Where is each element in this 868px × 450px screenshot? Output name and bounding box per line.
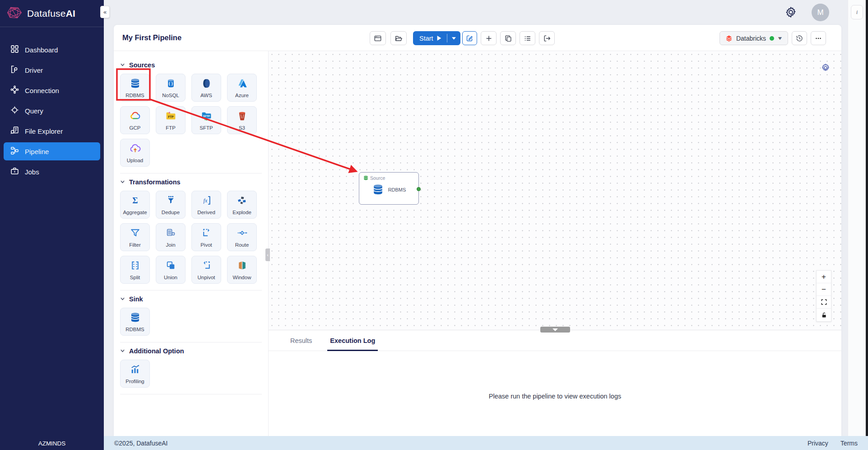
palette-item-label: Route [235,242,249,248]
sidebar-item-query[interactable]: Query [4,102,100,120]
page-title: My First Pipeline [122,33,181,42]
edit-icon [466,34,473,42]
window-edge [866,0,868,436]
upload-icon [130,143,141,156]
sidebar-item-dashboard[interactable]: Dashboard [4,41,100,59]
sftp-icon: SFTP [201,110,212,123]
settings-gear-icon[interactable] [784,6,797,19]
palette-item-sources-rdbms[interactable]: RDBMS [120,74,150,102]
palette-item-sources-gcp[interactable]: GCP [120,106,150,134]
palette-grid: RDBMS [120,308,262,336]
section-title: Additional Option [129,347,184,355]
start-button[interactable]: Start [413,35,447,42]
palette-item-label: Unpivot [198,275,215,280]
sidebar-item-pipeline[interactable]: Pipeline [4,142,100,160]
compute-env-select[interactable]: Databricks ▼ [719,31,788,45]
sidebar-item-connection[interactable]: Connection [4,81,100,99]
palette-item-label: AWS [200,93,212,98]
palette-item-sources-ftp[interactable]: FTPFTP [156,106,186,134]
palette-item-transformations-filter[interactable]: Filter [120,223,150,251]
panel-resize-handle[interactable] [540,327,570,333]
palette-section-additional-option: Additional OptionProfiling [120,342,262,394]
section-header-transformations[interactable]: Transformations [120,178,262,186]
footer-link-privacy[interactable]: Privacy [808,440,828,447]
node-output-port[interactable] [417,187,421,191]
palette-item-label: S3 [239,125,245,131]
palette-item-sources-azure[interactable]: Azure [227,74,257,102]
join-icon [165,227,176,240]
layout-panel-button[interactable] [370,31,386,45]
connection-icon [10,85,19,95]
copy-icon [504,34,512,42]
section-header-additional-option[interactable]: Additional Option [120,347,262,355]
palette-item-label: Derived [197,210,215,215]
avatar[interactable]: M [812,4,829,21]
fit-view-button[interactable] [817,296,831,309]
palette-item-sources-upload[interactable]: Upload [120,139,150,167]
start-options-caret[interactable] [447,37,460,40]
tab-execution-log[interactable]: Execution Log [327,337,378,351]
pivot-icon [201,227,212,240]
open-folder-button[interactable] [390,31,407,45]
dedupe-icon [165,195,176,208]
export-button[interactable] [539,31,555,45]
palette-item-transformations-split[interactable]: Split [120,256,150,284]
svg-text:SFTP: SFTP [203,115,210,117]
palette-item-label: Join [166,242,175,248]
node-list-button[interactable] [520,31,535,45]
history-button[interactable] [792,31,807,45]
gcp-icon [130,110,141,123]
section-title: Transformations [129,178,181,186]
derived-icon: fx [201,195,212,208]
sidebar-item-driver[interactable]: Driver [4,61,100,79]
canvas-settings-gear-icon[interactable] [821,63,831,73]
palette-item-sink-rdbms[interactable]: RDBMS [120,308,150,336]
palette-item-sources-aws[interactable]: AWS [191,74,221,102]
duplicate-button[interactable] [500,31,516,45]
section-header-sources[interactable]: Sources [120,61,262,69]
palette-item-transformations-explode[interactable]: Explode [227,191,257,219]
palette-grid: ΣAggregateDedupefxDerivedExplodeFilterJo… [120,191,262,284]
play-icon [437,36,441,41]
palette-item-transformations-dedupe[interactable]: Dedupe [156,191,186,219]
palette-item-transformations-pivot[interactable]: Pivot [191,223,221,251]
more-options-button[interactable] [811,31,826,45]
palette-item-transformations-unpivot[interactable]: Unpivot [191,256,221,284]
palette-item-transformations-route[interactable]: Route [227,223,257,251]
section-header-sink[interactable]: Sink [120,295,262,303]
palette-item-sources-sftp[interactable]: SFTPSFTP [191,106,221,134]
canvas-node-rdbms-source[interactable]: Source RDBMS [359,172,419,205]
empty-log-message: Please run the pipeline to view executio… [269,393,841,400]
sidebar-item-file-explorer[interactable]: File Explorer [4,122,100,140]
copyright-text: ©2025, DatafuseAI [114,440,168,447]
rdbms-db-icon [372,183,384,196]
info-icon[interactable]: i [851,5,863,19]
palette-collapse-handle[interactable]: ‹ [265,248,270,261]
route-icon [237,227,248,240]
edit-pipeline-button[interactable] [462,31,477,45]
palette-item-transformations-union[interactable]: Union [156,256,186,284]
start-split-button: Start [413,31,460,45]
pipeline-canvas[interactable]: Source RDBMS + − [269,51,841,330]
svg-text:Σ: Σ [132,195,138,205]
palette-item-additional-option-profiling[interactable]: Profiling [120,360,150,388]
page-footer: ©2025, DatafuseAI PrivacyTerms [104,436,868,450]
lock-button[interactable] [817,309,831,321]
lock-open-icon [821,312,827,319]
tab-results[interactable]: Results [288,337,315,351]
palette-item-transformations-join[interactable]: Join [156,223,186,251]
footer-link-terms[interactable]: Terms [840,440,858,447]
chevron-down-icon [120,61,125,69]
sidebar-collapse-button[interactable]: « [100,6,110,18]
palette-item-sources-s3[interactable]: S3 [227,106,257,134]
palette-item-transformations-aggregate[interactable]: ΣAggregate [120,191,150,219]
sidebar-item-jobs[interactable]: Jobs [4,163,100,181]
palette-item-sources-nosql[interactable]: NoSQL [156,74,186,102]
zoom-out-button[interactable]: − [817,283,831,296]
split-icon [130,260,141,273]
palette-item-transformations-window[interactable]: Window [227,256,257,284]
add-node-button[interactable] [481,31,497,45]
zoom-in-button[interactable]: + [817,271,831,283]
node-type-badge: Source [363,175,385,181]
palette-item-transformations-derived[interactable]: fxDerived [191,191,221,219]
